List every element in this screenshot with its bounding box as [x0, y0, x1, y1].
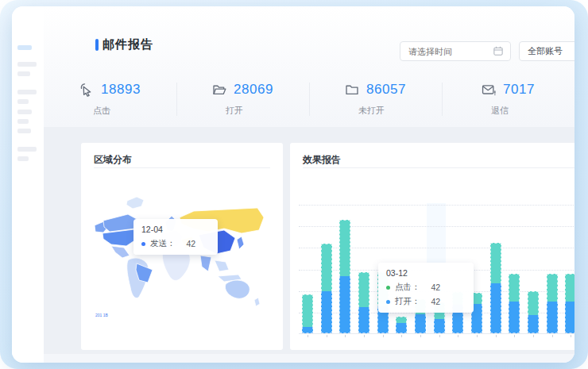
- x-axis-tick: [496, 335, 497, 337]
- x-axis-tick: [458, 335, 458, 337]
- stat-bounced: 7017 退信: [442, 79, 574, 121]
- x-axis-tick: [401, 335, 402, 337]
- x-axis-tick: [533, 335, 534, 337]
- x-axis-tick: [552, 335, 553, 337]
- stacked-bar[interactable]: [339, 220, 350, 333]
- stat-value: 86057: [366, 82, 406, 98]
- bar-segment-open[interactable]: [396, 323, 407, 333]
- x-axis-tick: [383, 335, 384, 337]
- effect-panel: 效果报告 03-12 点击： 42: [290, 143, 574, 350]
- stacked-bar[interactable]: [490, 243, 501, 333]
- bar-segment-click[interactable]: [547, 274, 558, 302]
- bar-segment-open[interactable]: [321, 291, 332, 333]
- stacked-bar[interactable]: [321, 244, 332, 333]
- map-region-australia: [225, 280, 250, 298]
- tooltip-value: 42: [431, 283, 441, 292]
- bar-segment-open[interactable]: [434, 319, 445, 333]
- map-region-greenland: [126, 197, 144, 209]
- x-axis-line: [299, 333, 574, 334]
- app-window: 邮件报告 全部账号 18893: [12, 6, 574, 363]
- stat-unopened: 86057 未打开: [309, 79, 442, 121]
- x-axis-tick: [364, 335, 365, 337]
- stat-opened: 28069 打开: [176, 79, 309, 121]
- bar-segment-open[interactable]: [547, 302, 558, 333]
- panel-title-divider: [303, 167, 574, 168]
- stacked-bar[interactable]: [509, 274, 520, 333]
- bar-segment-click[interactable]: [490, 243, 501, 283]
- folder-closed-icon: [345, 83, 359, 97]
- sidebar: [12, 6, 44, 363]
- bar-segment-click[interactable]: [339, 220, 350, 276]
- bar-segment-open[interactable]: [415, 314, 426, 333]
- region-panel: 区域分布: [81, 143, 283, 350]
- sidebar-item[interactable]: [17, 147, 37, 152]
- stat-value: 28069: [234, 82, 273, 98]
- tooltip-series: 发送：: [150, 238, 176, 249]
- sidebar-item[interactable]: [17, 156, 29, 161]
- cursor-click-icon: [79, 83, 94, 97]
- chart-tooltip: 03-12 点击： 42 打开： 42: [378, 263, 474, 313]
- map-legend-text: 201 1B: [95, 313, 108, 317]
- bar-segment-click[interactable]: [528, 291, 539, 315]
- bar-segment-open[interactable]: [339, 276, 350, 333]
- title-accent-bar: [95, 39, 99, 51]
- stat-label: 点击: [93, 105, 110, 117]
- tooltip-series: 打开：: [395, 296, 420, 307]
- map-region-canada: [103, 214, 137, 232]
- stacked-bar[interactable]: [547, 274, 558, 333]
- tooltip-date: 12-04: [141, 225, 210, 234]
- x-axis-tick: [514, 335, 515, 337]
- stat-label: 未打开: [358, 105, 385, 117]
- main-content: 邮件报告 全部账号 18893: [44, 6, 574, 363]
- sidebar-item[interactable]: [17, 110, 32, 114]
- bar-segment-open[interactable]: [528, 315, 539, 333]
- stacked-bar[interactable]: [358, 272, 369, 333]
- account-select-value: 全部账号: [528, 46, 563, 56]
- map-region-new-zealand: [254, 298, 260, 306]
- series-dot: [386, 286, 390, 290]
- stacked-bar[interactable]: [302, 294, 313, 333]
- x-axis-tick: [420, 335, 421, 337]
- bar-segment-open[interactable]: [565, 302, 574, 333]
- bar-segment-click[interactable]: [302, 294, 313, 327]
- stat-clicks: 18893 点击: [44, 79, 176, 121]
- sidebar-item[interactable]: [17, 62, 37, 67]
- sidebar-item[interactable]: [17, 119, 29, 124]
- x-axis-tick: [477, 335, 478, 337]
- stacked-bar[interactable]: [528, 291, 539, 333]
- sidebar-item[interactable]: [17, 129, 31, 133]
- series-dot: [141, 242, 145, 246]
- page-background: 邮件报告 全部账号 18893: [0, 0, 588, 369]
- tooltip-value: 42: [187, 239, 196, 248]
- stat-label: 打开: [226, 105, 243, 117]
- map-tooltip: 12-04 发送： 42: [133, 219, 218, 255]
- sidebar-item[interactable]: [17, 90, 37, 94]
- tooltip-value: 42: [431, 297, 441, 306]
- stat-value: 18893: [101, 82, 141, 98]
- stacked-bar[interactable]: [396, 317, 407, 333]
- stat-divider: [309, 83, 310, 116]
- sidebar-item[interactable]: [17, 99, 29, 104]
- stat-divider: [176, 83, 177, 116]
- effect-panel-title: 效果报告: [303, 153, 341, 167]
- x-axis-tick: [571, 335, 571, 337]
- mail-error-icon: [482, 83, 496, 97]
- bar-segment-open[interactable]: [509, 302, 520, 333]
- map-region-southeast-asia: [215, 260, 229, 271]
- bar-segment-click[interactable]: [509, 274, 520, 302]
- bar-segment-open[interactable]: [358, 307, 369, 333]
- account-select[interactable]: 全部账号: [519, 41, 574, 61]
- stat-divider: [442, 83, 443, 116]
- map-region-india: [200, 256, 211, 271]
- map-region-mexico: [111, 246, 130, 258]
- bar-segment-click[interactable]: [396, 317, 407, 323]
- sidebar-item-active[interactable]: [17, 45, 32, 50]
- sidebar-item[interactable]: [17, 71, 30, 76]
- bar-segment-click[interactable]: [358, 272, 369, 307]
- bar-segment-click[interactable]: [565, 274, 574, 302]
- bar-segment-open[interactable]: [302, 327, 313, 333]
- bar-segment-open[interactable]: [490, 283, 501, 333]
- stacked-bar[interactable]: [565, 274, 574, 333]
- bar-segment-click[interactable]: [321, 244, 332, 291]
- x-axis-tick: [327, 335, 327, 337]
